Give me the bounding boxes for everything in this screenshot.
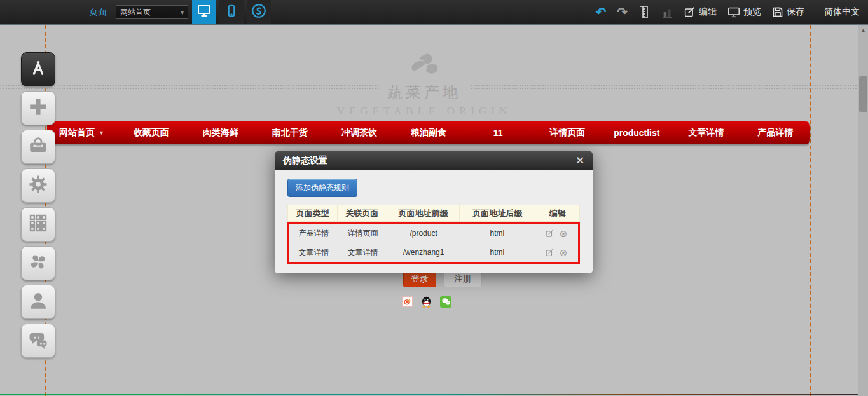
sidebar-item-modules-grid[interactable] [21,207,55,242]
sidebar-item-member[interactable] [21,285,55,319]
nav-item-label: 产品详情 [757,127,793,139]
social-login-icons [402,295,451,308]
page-selector-dropdown[interactable]: 网站首页 ▾ [116,5,188,19]
nav-item[interactable]: 南北干货 [255,121,324,144]
ruler-icon[interactable] [638,5,651,19]
weibo-icon[interactable] [402,296,413,307]
desktop-icon [196,3,212,21]
highlighted-rows-box: 产品详情 详情页面 /product html ⊗ 文章详情 [287,222,580,264]
toolbox-icon [27,135,49,159]
dialog-title: 伪静态设置 [283,155,327,167]
cell-url-suffix: html [460,224,535,243]
cell-linked-page: 详情页面 [338,224,387,243]
row-delete-icon[interactable]: ⊗ [560,229,568,238]
undo-icon[interactable]: ↶ [595,6,606,18]
site-title: 蔬菜产地 [378,84,470,100]
qq-icon[interactable] [420,295,433,308]
person-icon [27,290,49,314]
row-actions: ⊗ [535,243,578,262]
nav-item[interactable]: 详情页面 [533,121,602,144]
nav-item-label: 11 [493,128,503,138]
top-toolbar: 页面 网站首页 ▾ [0,0,868,25]
editor-sidebar [21,52,55,358]
dialog-header[interactable]: 伪静态设置 ✕ [275,151,593,170]
site-logo: 蔬菜产地 VEGETABLE ORIGIN [335,51,513,118]
table-row: 文章详情 文章详情 /wenzhang1 html ⊗ [289,243,578,262]
save-button[interactable]: 保存 [772,6,804,18]
vertical-scrollbar[interactable]: ▲ [858,25,868,396]
design-tools-icon [28,58,48,81]
table-row: 产品详情 详情页面 /product html ⊗ [289,224,578,243]
wechat-icon[interactable] [440,296,451,308]
nav-item[interactable]: 11 [464,121,533,144]
chat-bubbles-icon [27,329,49,353]
sidebar-item-design[interactable] [21,52,55,86]
plus-icon [27,96,49,120]
brand-circle-icon [251,3,267,22]
cell-linked-page: 文章详情 [338,243,387,262]
site-subtitle: VEGETABLE ORIGIN [335,105,513,118]
nav-item-label: 冲调茶饮 [341,127,377,139]
language-switch[interactable]: 简体中文 [824,6,860,18]
nav-item-label: productlist [614,128,659,138]
scrollbar-thumb[interactable] [859,76,867,112]
save-floppy-icon [772,6,783,18]
cell-url-prefix: /product [387,224,460,243]
preview-label: 预览 [743,6,761,18]
row-delete-icon[interactable]: ⊗ [560,248,568,257]
nav-item[interactable]: 文章详情 [672,121,741,144]
pseudo-static-dialog: 伪静态设置 ✕ 添加伪静态规则 页面类型 关联页面 页面地址前缀 页面地址后缀 … [275,151,593,273]
column-header-edit: 编辑 [535,205,579,221]
rules-table: 页面类型 关联页面 页面地址前缀 页面地址后缀 编辑 产品详情 详情页面 /pr… [287,205,580,264]
nav-item-label: 肉类海鲜 [203,127,238,139]
preview-monitor-icon [727,6,740,18]
page-selector-value: 网站首页 [120,7,151,18]
table-header-row: 页面类型 关联页面 页面地址前缀 页面地址后缀 编辑 [287,205,580,222]
column-header-page-type: 页面类型 [288,205,338,221]
edit-pencil-icon [684,6,696,18]
site-nav: 网站首页 ▼ 收藏页面 肉类海鲜 南北干货 冲调茶饮 粮油副食 11 详情页面 … [47,121,810,144]
column-header-linked-page: 关联页面 [338,205,387,221]
logo-leaves-icon [404,72,444,83]
cell-url-suffix: html [460,243,535,262]
nav-item[interactable]: 收藏页面 [116,121,186,144]
add-rule-button[interactable]: 添加伪静态规则 [287,179,357,197]
preview-button[interactable]: 预览 [727,6,761,18]
save-label: 保存 [787,6,804,18]
stats-icon[interactable] [662,6,673,18]
page-label: 页面 [89,6,107,18]
close-icon[interactable]: ✕ [576,156,584,166]
nav-item-label: 收藏页面 [134,127,169,139]
row-edit-icon[interactable] [546,249,554,257]
cell-url-prefix: /wenzhang1 [387,243,460,262]
grid-icon [28,213,48,236]
nav-item-home[interactable]: 网站首页 ▼ [47,121,116,144]
sidebar-item-add-module[interactable] [21,91,55,125]
redo-icon[interactable]: ↷ [617,6,628,18]
nav-item[interactable]: 粮油副食 [394,121,463,144]
sidebar-item-toolbox[interactable] [21,130,55,164]
mobile-view-button[interactable] [219,0,244,24]
nav-caret-icon: ▼ [99,130,104,136]
nav-item-label: 详情页面 [549,127,585,139]
scrollbar-up-arrow[interactable]: ▲ [858,27,868,33]
nav-item[interactable]: productlist [602,121,672,144]
nav-item[interactable]: 冲调茶饮 [324,121,394,144]
right-guide-line [810,25,811,396]
column-header-url-suffix: 页面地址后缀 [460,205,535,221]
row-edit-icon[interactable] [546,229,554,238]
sidebar-item-settings[interactable] [21,168,55,203]
nav-item[interactable]: 肉类海鲜 [186,121,255,144]
sidebar-item-plugins[interactable] [21,246,55,280]
row-actions: ⊗ [535,224,578,243]
column-header-url-prefix: 页面地址前缀 [387,205,460,221]
bottom-module-border [0,394,858,395]
nav-item[interactable]: 产品详情 [741,121,810,144]
brand-circle-button[interactable] [247,0,271,24]
mobile-icon [224,4,238,20]
edit-button[interactable]: 编辑 [684,6,717,18]
desktop-view-button[interactable] [192,0,216,24]
dialog-body: 添加伪静态规则 页面类型 关联页面 页面地址前缀 页面地址后缀 编辑 产品详情 … [275,170,593,273]
sidebar-item-chat[interactable] [21,324,55,358]
chevron-down-icon: ▾ [181,9,184,16]
